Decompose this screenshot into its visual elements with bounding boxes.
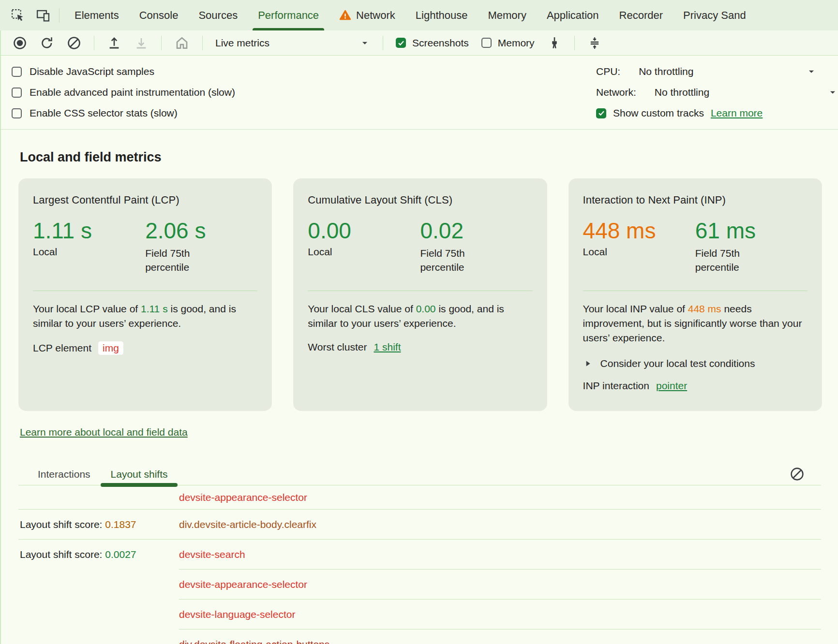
performance-toolbar: Live metrics Screenshots Memory: [1, 30, 838, 56]
memory-checkbox[interactable]: Memory: [481, 37, 535, 49]
inp-card-title: Interaction to Next Paint (INP): [583, 194, 808, 206]
checkbox-label: Enable CSS selector stats (slow): [30, 107, 178, 119]
inspect-element-icon[interactable]: [11, 8, 25, 23]
panel-tab[interactable]: Console: [129, 0, 189, 30]
panel-tab-label: Console: [139, 9, 179, 22]
checkbox-unchecked-icon: [12, 88, 22, 98]
device-toolbar-icon[interactable]: [36, 8, 50, 23]
layout-shift-row: Layout shift score: 0.0027 devsite-searc…: [18, 540, 821, 570]
panel-tab[interactable]: Lighthouse: [405, 0, 478, 30]
inp-interaction-label: INP interaction: [583, 380, 649, 392]
panel-tab-label: Recorder: [619, 9, 663, 22]
cls-inline-value: 0.00: [416, 303, 436, 314]
toolbar-separator: [161, 36, 162, 50]
shifted-element-link[interactable]: devsite-appearance-selector: [179, 579, 821, 590]
panel-tab[interactable]: Memory: [478, 0, 536, 30]
panel-tab[interactable]: Sources: [188, 0, 248, 30]
toolbar-separator: [574, 36, 575, 50]
inp-field-value: 61 ms: [695, 218, 808, 243]
metrics-heading: Local and field metrics: [20, 150, 821, 165]
show-custom-tracks-row: Show custom tracks Learn more: [596, 104, 834, 122]
css-selector-stats-checkbox[interactable]: Enable CSS selector stats (slow): [12, 104, 596, 122]
worst-cluster-link[interactable]: 1 shift: [374, 341, 401, 353]
panel-tab-label: Lighthouse: [416, 9, 468, 22]
chevron-down-icon: [359, 38, 370, 48]
cls-description: Your local CLS value of 0.00 is good, an…: [308, 302, 532, 331]
checkbox-label: Enable advanced paint instrumentation (s…: [30, 87, 235, 98]
logs-section: Interactions Layout shifts devsite-appea…: [18, 463, 821, 644]
checkbox-checked-icon: [396, 38, 406, 48]
layout-shift-rows: devsite-appearance-selector Layout shift…: [18, 485, 821, 644]
home-icon[interactable]: [174, 35, 190, 51]
panel-tabs: Elements Console Sources: [64, 0, 756, 30]
layout-shift-row: devsite-appearance-selector: [18, 485, 821, 510]
memory-label: Memory: [498, 37, 535, 49]
network-throttling-select[interactable]: Network: No throttling: [596, 83, 834, 102]
cls-card-title: Cumulative Layout Shift (CLS): [308, 194, 532, 206]
network-label: Network:: [596, 87, 636, 98]
logs-tabs: Interactions Layout shifts: [18, 463, 821, 485]
clear-icon[interactable]: [67, 36, 81, 50]
record-icon[interactable]: [13, 36, 27, 50]
load-profile-icon[interactable]: [107, 36, 121, 50]
shifted-element-link[interactable]: devsite-language-selector: [179, 609, 821, 620]
tabbar-separator: [59, 8, 60, 23]
panel-tab-label: Memory: [488, 9, 526, 22]
panel-tab[interactable]: Network: [329, 0, 405, 30]
panel-tab[interactable]: Recorder: [609, 0, 673, 30]
metric-cards: Largest Contentful Paint (LCP) 1.11 s Lo…: [18, 178, 821, 411]
shifted-element-link[interactable]: div.devsite-article-body.clearfix: [179, 519, 821, 530]
custom-tracks-learn-more-link[interactable]: Learn more: [711, 107, 763, 119]
local-label: Local: [33, 246, 145, 258]
panel-mode-select[interactable]: Live metrics: [215, 37, 370, 49]
inp-local-value: 448 ms: [583, 218, 695, 243]
lcp-description: Your local LCP value of 1.11 s is good, …: [33, 302, 257, 331]
toolbar-separator: [94, 36, 94, 50]
panel-tab[interactable]: Application: [537, 0, 609, 30]
layout-shift-score: Layout shift score: 0.1837: [18, 519, 179, 530]
inp-interaction-link[interactable]: pointer: [656, 380, 687, 392]
inp-description: Your local INP value of 448 ms needs imp…: [583, 302, 808, 345]
clear-log-icon[interactable]: [790, 467, 805, 482]
card-divider: [308, 291, 532, 291]
card-divider: [33, 291, 257, 291]
local-label: Local: [583, 246, 695, 258]
field-label: Field 75th percentile: [420, 246, 493, 274]
screenshots-checkbox[interactable]: Screenshots: [396, 37, 469, 49]
tab-layout-shifts[interactable]: Layout shifts: [101, 463, 178, 485]
cpu-throttling-select[interactable]: CPU: No throttling: [596, 62, 834, 81]
panel-tab[interactable]: Privacy Sand: [673, 0, 756, 30]
lcp-element-chip[interactable]: img: [98, 341, 123, 355]
network-value: No throttling: [655, 87, 709, 98]
gc-broom-icon[interactable]: [547, 36, 562, 50]
toolbar-separator: [202, 36, 203, 50]
save-profile-icon[interactable]: [134, 36, 149, 50]
local-test-conditions-expander[interactable]: Consider your local test conditions: [583, 358, 808, 369]
advanced-paint-checkbox[interactable]: Enable advanced paint instrumentation (s…: [12, 83, 596, 102]
field-data-learn-more-link[interactable]: Learn more about local and field data: [20, 426, 188, 438]
collapse-sections-icon[interactable]: [587, 36, 602, 50]
panel-tab-label: Privacy Sand: [683, 9, 746, 22]
capture-settings: Disable JavaScript samples Enable advanc…: [1, 56, 838, 130]
reload-record-icon[interactable]: [40, 36, 54, 50]
shifted-element-link[interactable]: div.devsite-floating-action-buttons: [179, 639, 821, 644]
custom-tracks-label: Show custom tracks: [613, 107, 704, 119]
cpu-label: CPU:: [596, 66, 620, 77]
live-metrics-view: Local and field metrics Largest Contentf…: [1, 150, 838, 644]
panel-tab[interactable]: Performance: [248, 0, 329, 30]
panel-mode-value: Live metrics: [215, 37, 269, 49]
field-label: Field 75th percentile: [145, 246, 218, 274]
devtools-tabbar: Elements Console Sources: [0, 0, 838, 30]
checkbox-checked-icon[interactable]: [596, 108, 606, 118]
shifted-element-link[interactable]: devsite-appearance-selector: [179, 492, 821, 503]
panel-tab-label: Sources: [198, 9, 238, 22]
lcp-inline-value: 1.11 s: [141, 303, 168, 314]
panel-tab[interactable]: Elements: [64, 0, 129, 30]
disable-js-samples-checkbox[interactable]: Disable JavaScript samples: [12, 62, 596, 81]
shifted-element-link[interactable]: devsite-search: [179, 549, 821, 560]
field-label: Field 75th percentile: [695, 246, 768, 274]
cls-local-value: 0.00: [308, 218, 420, 243]
tab-interactions[interactable]: Interactions: [28, 463, 101, 485]
inp-inline-value: 448 ms: [688, 303, 721, 314]
cls-card: Cumulative Layout Shift (CLS) 0.00 Local…: [293, 178, 547, 411]
